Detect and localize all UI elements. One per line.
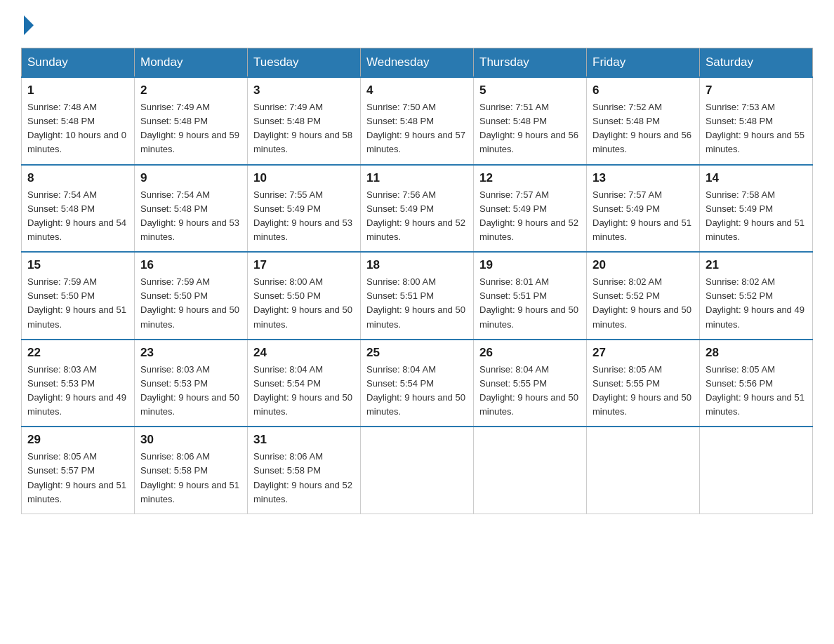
week-row-3: 15 Sunrise: 7:59 AMSunset: 5:50 PMDaylig… — [22, 252, 813, 340]
weekday-header-friday: Friday — [587, 48, 700, 78]
day-number: 16 — [140, 258, 241, 272]
day-number: 22 — [27, 346, 128, 360]
weekday-header-row: SundayMondayTuesdayWednesdayThursdayFrid… — [22, 48, 813, 78]
calendar-day-30: 30 Sunrise: 8:06 AMSunset: 5:58 PMDaylig… — [135, 427, 248, 514]
day-number: 20 — [593, 258, 694, 272]
weekday-header-saturday: Saturday — [700, 48, 813, 78]
day-info: Sunrise: 7:56 AMSunset: 5:49 PMDaylight:… — [366, 189, 465, 242]
day-number: 30 — [140, 433, 241, 447]
day-number: 4 — [366, 83, 468, 98]
calendar-day-13: 13 Sunrise: 7:57 AMSunset: 5:49 PMDaylig… — [587, 165, 700, 253]
empty-cell — [700, 427, 813, 514]
day-info: Sunrise: 8:03 AMSunset: 5:53 PMDaylight:… — [140, 364, 239, 417]
day-number: 8 — [27, 171, 128, 185]
calendar-day-12: 12 Sunrise: 7:57 AMSunset: 5:49 PMDaylig… — [474, 165, 587, 253]
calendar-day-31: 31 Sunrise: 8:06 AMSunset: 5:58 PMDaylig… — [248, 427, 361, 514]
day-info: Sunrise: 8:02 AMSunset: 5:52 PMDaylight:… — [706, 276, 805, 329]
calendar-day-17: 17 Sunrise: 8:00 AMSunset: 5:50 PMDaylig… — [248, 252, 361, 340]
day-info: Sunrise: 8:01 AMSunset: 5:51 PMDaylight:… — [479, 276, 578, 329]
day-number: 12 — [479, 171, 581, 185]
calendar-day-10: 10 Sunrise: 7:55 AMSunset: 5:49 PMDaylig… — [248, 165, 361, 253]
calendar-day-21: 21 Sunrise: 8:02 AMSunset: 5:52 PMDaylig… — [700, 252, 813, 340]
week-row-2: 8 Sunrise: 7:54 AMSunset: 5:48 PMDayligh… — [22, 165, 813, 253]
day-number: 15 — [27, 258, 128, 272]
calendar-day-18: 18 Sunrise: 8:00 AMSunset: 5:51 PMDaylig… — [361, 252, 474, 340]
week-row-1: 1 Sunrise: 7:48 AMSunset: 5:48 PMDayligh… — [22, 77, 813, 165]
day-info: Sunrise: 7:49 AMSunset: 5:48 PMDaylight:… — [253, 102, 352, 154]
calendar-day-29: 29 Sunrise: 8:05 AMSunset: 5:57 PMDaylig… — [22, 427, 135, 514]
calendar-day-7: 7 Sunrise: 7:53 AMSunset: 5:48 PMDayligh… — [700, 77, 813, 165]
calendar-day-1: 1 Sunrise: 7:48 AMSunset: 5:48 PMDayligh… — [22, 77, 135, 165]
day-info: Sunrise: 7:48 AMSunset: 5:48 PMDaylight:… — [27, 102, 126, 154]
day-number: 23 — [140, 346, 241, 360]
weekday-header-wednesday: Wednesday — [361, 48, 474, 78]
calendar-day-15: 15 Sunrise: 7:59 AMSunset: 5:50 PMDaylig… — [22, 252, 135, 340]
calendar-day-11: 11 Sunrise: 7:56 AMSunset: 5:49 PMDaylig… — [361, 165, 474, 253]
day-info: Sunrise: 7:59 AMSunset: 5:50 PMDaylight:… — [27, 276, 126, 329]
week-row-4: 22 Sunrise: 8:03 AMSunset: 5:53 PMDaylig… — [22, 340, 813, 427]
day-info: Sunrise: 7:52 AMSunset: 5:48 PMDaylight:… — [593, 102, 691, 154]
weekday-header-sunday: Sunday — [22, 48, 135, 78]
day-info: Sunrise: 7:57 AMSunset: 5:49 PMDaylight:… — [479, 189, 578, 242]
day-info: Sunrise: 7:54 AMSunset: 5:48 PMDaylight:… — [27, 189, 126, 242]
day-info: Sunrise: 8:02 AMSunset: 5:52 PMDaylight:… — [593, 276, 691, 329]
day-info: Sunrise: 7:53 AMSunset: 5:48 PMDaylight:… — [706, 102, 805, 154]
day-info: Sunrise: 7:55 AMSunset: 5:49 PMDaylight:… — [253, 189, 352, 242]
calendar-day-20: 20 Sunrise: 8:02 AMSunset: 5:52 PMDaylig… — [587, 252, 700, 340]
logo — [21, 14, 34, 35]
day-number: 18 — [366, 258, 468, 272]
calendar-day-6: 6 Sunrise: 7:52 AMSunset: 5:48 PMDayligh… — [587, 77, 700, 165]
weekday-header-tuesday: Tuesday — [248, 48, 361, 78]
day-number: 5 — [479, 83, 581, 98]
calendar-day-19: 19 Sunrise: 8:01 AMSunset: 5:51 PMDaylig… — [474, 252, 587, 340]
weekday-header-thursday: Thursday — [474, 48, 587, 78]
empty-cell — [474, 427, 587, 514]
day-number: 14 — [706, 171, 807, 185]
day-number: 13 — [593, 171, 694, 185]
day-info: Sunrise: 8:05 AMSunset: 5:57 PMDaylight:… — [27, 451, 126, 504]
day-number: 25 — [366, 346, 468, 360]
logo-arrow-icon — [24, 15, 34, 35]
week-row-5: 29 Sunrise: 8:05 AMSunset: 5:57 PMDaylig… — [22, 427, 813, 514]
calendar-day-26: 26 Sunrise: 8:04 AMSunset: 5:55 PMDaylig… — [474, 340, 587, 427]
day-info: Sunrise: 8:04 AMSunset: 5:55 PMDaylight:… — [479, 364, 578, 417]
day-info: Sunrise: 7:50 AMSunset: 5:48 PMDaylight:… — [366, 102, 465, 154]
day-number: 7 — [706, 83, 807, 98]
day-info: Sunrise: 7:49 AMSunset: 5:48 PMDaylight:… — [140, 102, 239, 154]
calendar-day-5: 5 Sunrise: 7:51 AMSunset: 5:48 PMDayligh… — [474, 77, 587, 165]
empty-cell — [587, 427, 700, 514]
day-number: 21 — [706, 258, 807, 272]
day-number: 26 — [479, 346, 581, 360]
day-info: Sunrise: 8:00 AMSunset: 5:50 PMDaylight:… — [253, 276, 352, 329]
calendar-day-9: 9 Sunrise: 7:54 AMSunset: 5:48 PMDayligh… — [135, 165, 248, 253]
day-info: Sunrise: 8:04 AMSunset: 5:54 PMDaylight:… — [366, 364, 465, 417]
day-info: Sunrise: 7:59 AMSunset: 5:50 PMDaylight:… — [140, 276, 239, 329]
day-number: 3 — [253, 83, 355, 98]
calendar-day-25: 25 Sunrise: 8:04 AMSunset: 5:54 PMDaylig… — [361, 340, 474, 427]
day-info: Sunrise: 7:51 AMSunset: 5:48 PMDaylight:… — [479, 102, 578, 154]
day-number: 9 — [140, 171, 241, 185]
calendar-day-14: 14 Sunrise: 7:58 AMSunset: 5:49 PMDaylig… — [700, 165, 813, 253]
day-number: 27 — [593, 346, 694, 360]
calendar-day-28: 28 Sunrise: 8:05 AMSunset: 5:56 PMDaylig… — [700, 340, 813, 427]
day-number: 11 — [366, 171, 468, 185]
day-number: 6 — [593, 83, 694, 98]
calendar-table: SundayMondayTuesdayWednesdayThursdayFrid… — [21, 48, 813, 514]
calendar-day-4: 4 Sunrise: 7:50 AMSunset: 5:48 PMDayligh… — [361, 77, 474, 165]
weekday-header-monday: Monday — [135, 48, 248, 78]
day-info: Sunrise: 8:06 AMSunset: 5:58 PMDaylight:… — [253, 451, 352, 504]
day-info: Sunrise: 7:54 AMSunset: 5:48 PMDaylight:… — [140, 189, 239, 242]
calendar-day-3: 3 Sunrise: 7:49 AMSunset: 5:48 PMDayligh… — [248, 77, 361, 165]
day-info: Sunrise: 8:04 AMSunset: 5:54 PMDaylight:… — [253, 364, 352, 417]
day-number: 1 — [27, 83, 128, 98]
empty-cell — [361, 427, 474, 514]
day-number: 29 — [27, 433, 128, 447]
day-number: 31 — [253, 433, 355, 447]
day-number: 28 — [706, 346, 807, 360]
calendar-day-2: 2 Sunrise: 7:49 AMSunset: 5:48 PMDayligh… — [135, 77, 248, 165]
calendar-day-22: 22 Sunrise: 8:03 AMSunset: 5:53 PMDaylig… — [22, 340, 135, 427]
day-info: Sunrise: 8:05 AMSunset: 5:56 PMDaylight:… — [706, 364, 805, 417]
day-number: 10 — [253, 171, 355, 185]
day-number: 17 — [253, 258, 355, 272]
day-info: Sunrise: 8:06 AMSunset: 5:58 PMDaylight:… — [140, 451, 239, 504]
